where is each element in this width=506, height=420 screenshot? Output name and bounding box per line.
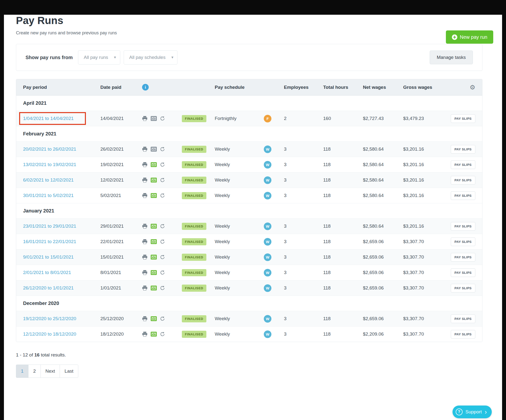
printer-icon[interactable]: [142, 162, 147, 167]
refresh-icon[interactable]: [160, 332, 165, 337]
plus-circle-icon: [452, 34, 457, 40]
pay-period-link[interactable]: 16/01/2021 to 22/01/2021: [23, 239, 76, 244]
pay-period-link[interactable]: 19/12/2020 to 25/12/2020: [23, 316, 76, 321]
page-1-button[interactable]: 1: [16, 365, 28, 378]
employees: 3: [284, 270, 323, 275]
date-paid: 25/12/2020: [100, 316, 124, 321]
payslips-button[interactable]: PAY SLIPS: [451, 268, 475, 277]
payslips-button[interactable]: PAY SLIPS: [451, 315, 475, 323]
next-page-button[interactable]: Next: [40, 365, 60, 378]
chevron-right-icon: [485, 409, 487, 415]
printer-icon[interactable]: [142, 332, 147, 337]
gross-wages: $3,307.70: [403, 316, 450, 321]
email-icon[interactable]: [151, 270, 157, 275]
pay-period-link[interactable]: 20/02/2021 to 26/02/2021: [23, 146, 76, 152]
email-icon[interactable]: [151, 224, 157, 229]
pay-period-link[interactable]: 26/12/2020 to 1/01/2021: [23, 285, 74, 290]
date-paid: 8/01/2021: [100, 270, 121, 275]
email-icon[interactable]: [151, 193, 157, 198]
email-icon[interactable]: [151, 255, 157, 260]
email-icon[interactable]: [151, 239, 157, 244]
filter-bar: Show pay runs from All pay runs All pay …: [16, 44, 482, 71]
printer-icon[interactable]: [142, 178, 147, 183]
gross-wages: $3,307.70: [403, 285, 450, 291]
refresh-icon[interactable]: [160, 239, 165, 244]
pay-schedule: Weekly: [215, 270, 230, 275]
refresh-icon[interactable]: [160, 255, 165, 260]
pay-period-link[interactable]: 12/12/2020 to 18/12/2020: [23, 331, 76, 337]
support-label: Support: [466, 409, 482, 415]
printer-icon[interactable]: [142, 224, 147, 229]
refresh-icon[interactable]: [160, 147, 165, 152]
employees: 3: [284, 331, 323, 337]
pay-runs-table: Pay period Date paid Pay schedule Employ…: [16, 79, 482, 342]
table-settings-gear-icon[interactable]: [470, 84, 475, 91]
pay-period-link[interactable]: 1/04/2021 to 14/04/2021: [23, 116, 74, 121]
payslips-button[interactable]: PAY SLIPS: [451, 222, 475, 231]
printer-icon[interactable]: [142, 286, 147, 290]
pay-period-link[interactable]: 6/02/2021 to 12/02/2021: [23, 177, 74, 183]
schedule-badge-icon: W: [264, 223, 271, 230]
col-total-hours: Total hours: [323, 85, 363, 90]
status-badge: FINALISED: [182, 223, 207, 230]
net-wages: $2,580.64: [363, 223, 403, 229]
refresh-icon[interactable]: [160, 270, 165, 275]
email-icon[interactable]: [151, 316, 157, 321]
refresh-icon[interactable]: [160, 224, 165, 229]
payslips-button[interactable]: PAY SLIPS: [451, 191, 475, 200]
payslips-button[interactable]: PAY SLIPS: [451, 114, 475, 123]
pay-period-link[interactable]: 2/01/2021 to 8/01/2021: [23, 270, 71, 275]
printer-icon[interactable]: [142, 316, 147, 321]
pay-period-link[interactable]: 30/01/2021 to 5/02/2021: [23, 193, 74, 198]
email-icon[interactable]: [151, 286, 157, 290]
payslips-button[interactable]: PAY SLIPS: [451, 237, 475, 246]
last-page-button[interactable]: Last: [60, 365, 78, 378]
pay-schedule: Weekly: [215, 239, 230, 244]
refresh-icon[interactable]: [160, 178, 165, 183]
total-hours: 118: [323, 270, 363, 275]
printer-icon[interactable]: [142, 116, 147, 121]
refresh-icon[interactable]: [160, 316, 165, 321]
printer-icon[interactable]: [142, 147, 147, 152]
refresh-icon[interactable]: [160, 193, 165, 198]
email-icon[interactable]: [151, 116, 157, 121]
refresh-icon[interactable]: [160, 162, 165, 167]
results-summary: 1 - 12 of 16 total results.: [16, 352, 482, 358]
payslips-button[interactable]: PAY SLIPS: [451, 253, 475, 262]
payslips-button[interactable]: PAY SLIPS: [451, 284, 475, 292]
support-button[interactable]: Support: [453, 406, 492, 418]
schedule-badge-icon: W: [264, 145, 271, 153]
pagination: 1 2 Next Last: [16, 365, 78, 378]
pay-period-link[interactable]: 23/01/2021 to 29/01/2021: [23, 223, 76, 229]
payslips-button[interactable]: PAY SLIPS: [451, 176, 475, 184]
pay-schedules-filter-dropdown[interactable]: All pay schedules: [124, 50, 178, 65]
payslips-button[interactable]: PAY SLIPS: [451, 330, 475, 339]
pay-period-link[interactable]: 13/02/2021 to 19/02/2021: [23, 162, 76, 167]
printer-icon[interactable]: [142, 239, 147, 244]
payslips-button[interactable]: PAY SLIPS: [451, 145, 475, 154]
info-icon[interactable]: [142, 84, 149, 91]
printer-icon[interactable]: [142, 255, 147, 260]
pay-schedule: Weekly: [215, 177, 230, 183]
table-row: 2/01/2021 to 8/01/2021 8/01/2021 FINALIS…: [16, 265, 482, 280]
date-paid: 29/01/2021: [100, 223, 124, 229]
table-row: 30/01/2021 to 5/02/2021 5/02/2021 FINALI…: [16, 188, 482, 203]
new-pay-run-button[interactable]: New pay run: [446, 30, 493, 44]
email-icon[interactable]: [151, 162, 157, 167]
table-row: 9/01/2021 to 15/01/2021 15/01/2021 FINAL…: [16, 249, 482, 265]
pay-runs-filter-dropdown[interactable]: All pay runs: [78, 50, 120, 65]
refresh-icon[interactable]: [160, 116, 165, 121]
manage-tasks-button[interactable]: Manage tasks: [430, 51, 473, 64]
printer-icon[interactable]: [142, 270, 147, 275]
email-icon[interactable]: [151, 147, 157, 152]
status-badge: FINALISED: [182, 254, 207, 261]
page-2-button[interactable]: 2: [28, 365, 41, 378]
email-icon[interactable]: [151, 178, 157, 183]
printer-icon[interactable]: [142, 193, 147, 198]
payslips-button[interactable]: PAY SLIPS: [451, 160, 475, 169]
refresh-icon[interactable]: [160, 286, 165, 290]
pay-period-link[interactable]: 9/01/2021 to 15/01/2021: [23, 254, 74, 260]
employees: 3: [284, 146, 323, 152]
pay-schedule: Weekly: [215, 223, 230, 229]
email-icon[interactable]: [151, 332, 157, 337]
